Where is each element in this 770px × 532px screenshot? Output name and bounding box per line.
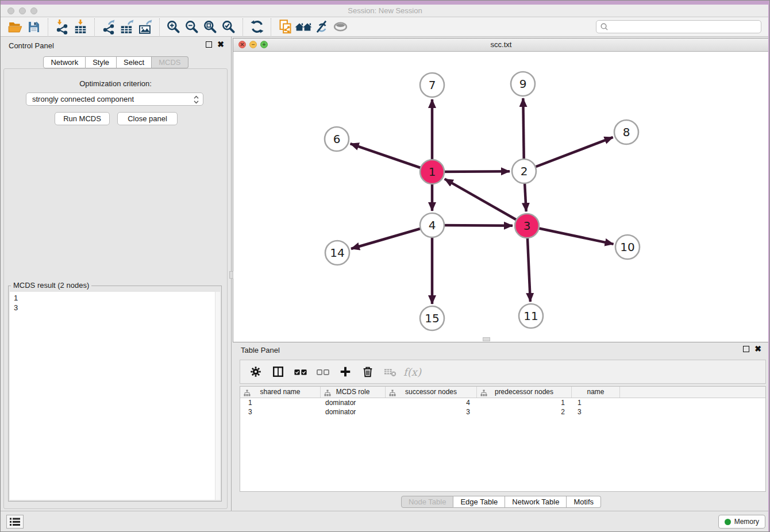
zoom-in-icon[interactable]	[164, 18, 183, 36]
close-panel-button[interactable]: Close panel	[117, 112, 178, 125]
network-view-window: ✕ – + scc.txt 7968124314101511	[233, 38, 769, 342]
mcds-result-text[interactable]: 1 3	[10, 292, 220, 500]
graph-edge-1-6[interactable]	[351, 144, 432, 172]
save-session-icon[interactable]	[25, 18, 43, 36]
result-line: 1	[14, 293, 212, 303]
optimization-criterion-label: Optimization criterion:	[4, 79, 227, 88]
column-header-name[interactable]: name	[572, 387, 620, 398]
tab-select[interactable]: Select	[117, 56, 152, 68]
import-table-icon[interactable]	[71, 18, 90, 36]
graph-node-label: 8	[623, 125, 630, 139]
task-history-button[interactable]	[6, 515, 24, 529]
close-table-panel-icon[interactable]: ✖	[754, 346, 761, 352]
network-window-titlebar[interactable]: ✕ – + scc.txt	[233, 38, 769, 52]
settings-icon[interactable]	[248, 364, 263, 379]
result-scrollbar[interactable]	[215, 292, 220, 500]
tab-node-table[interactable]: Node Table	[401, 496, 454, 508]
tab-network-table[interactable]: Network Table	[505, 496, 567, 508]
graph-node-label: 3	[523, 219, 531, 233]
refresh-icon[interactable]	[248, 18, 266, 36]
hide-graphics-details-icon[interactable]	[313, 18, 331, 36]
split-divider-handle-vertical[interactable]	[229, 271, 233, 279]
graph-edge-3-10[interactable]	[527, 226, 614, 244]
network-title: scc.txt	[233, 40, 769, 49]
import-network-icon[interactable]	[53, 18, 71, 36]
optimization-criterion-dropdown[interactable]: strongly connected component	[26, 92, 203, 106]
toolbar-separator	[271, 18, 271, 36]
graph-edge-2-8[interactable]	[524, 137, 613, 171]
cell-successor-nodes[interactable]: 3	[386, 407, 477, 417]
mcds-panel: Optimization criterion: strongly connect…	[3, 68, 228, 509]
tab-network[interactable]: Network	[43, 56, 86, 68]
zoom-out-icon[interactable]	[183, 18, 201, 36]
add-row-icon[interactable]	[338, 364, 352, 379]
graph-node-label: 4	[429, 218, 436, 232]
graph-node-label: 2	[521, 164, 528, 178]
cell-name[interactable]: 3	[572, 407, 620, 417]
float-table-panel-icon[interactable]	[743, 346, 749, 352]
export-table-icon[interactable]	[118, 18, 136, 36]
column-header-shared-name[interactable]: shared name	[240, 387, 321, 398]
column-type-icon	[324, 389, 331, 400]
tab-mcds[interactable]: MCDS	[152, 56, 188, 68]
column-type-icon	[244, 389, 251, 400]
zoom-fit-icon[interactable]	[201, 18, 220, 36]
split-divider-handle-horizontal[interactable]	[483, 337, 490, 341]
column-header-mcds-role[interactable]: MCDS role	[321, 387, 386, 398]
run-mcds-button[interactable]: Run MCDS	[55, 112, 110, 125]
graph-node-label: 14	[330, 246, 344, 260]
node-table: shared name MCDS role successor nodes pr…	[240, 386, 766, 492]
select-all-icon[interactable]	[293, 364, 307, 379]
toolbar-separator	[94, 18, 95, 36]
graph-node-label: 1	[429, 165, 436, 179]
graph-node-label: 15	[425, 311, 439, 325]
float-panel-icon[interactable]	[206, 41, 212, 48]
export-image-icon[interactable]	[136, 18, 155, 36]
search-icon	[600, 22, 609, 31]
dropdown-value: strongly connected component	[32, 95, 134, 103]
new-network-from-selection-icon[interactable]	[276, 18, 294, 36]
column-header-predecessor-nodes[interactable]: predecessor nodes	[477, 387, 572, 398]
toolbar-separator	[159, 18, 160, 36]
network-graph[interactable]: 7968124314101511	[233, 52, 769, 342]
delete-table-icon[interactable]	[383, 364, 397, 379]
search-field[interactable]	[596, 20, 761, 33]
cell-shared-name[interactable]: 1	[240, 398, 321, 407]
open-session-icon[interactable]	[6, 18, 25, 36]
cell-predecessor-nodes[interactable]: 1	[477, 398, 572, 407]
status-bar: Memory	[1, 511, 769, 531]
cell-successor-nodes[interactable]: 4	[386, 398, 477, 407]
column-header-successor-nodes[interactable]: successor nodes	[386, 387, 477, 398]
main-toolbar	[1, 17, 769, 37]
close-panel-icon[interactable]: ✖	[217, 41, 224, 48]
cell-name[interactable]: 1	[572, 398, 620, 407]
toolbar-separator	[48, 18, 48, 36]
tab-style[interactable]: Style	[86, 56, 117, 68]
table-row[interactable]: 1 dominator 4 1 1	[240, 398, 765, 407]
toolbar-separator	[242, 18, 243, 36]
graph-node-label: 10	[620, 240, 634, 254]
memory-label: Memory	[734, 518, 759, 526]
graph-edge-3-1[interactable]	[445, 179, 527, 226]
show-graphics-details-icon[interactable]	[331, 18, 349, 36]
table-panel: Table Panel ✖ f(x) share	[233, 344, 769, 512]
delete-row-icon[interactable]	[360, 364, 375, 379]
tab-motifs[interactable]: Motifs	[567, 496, 601, 508]
zoom-selected-icon[interactable]	[220, 18, 238, 36]
search-input[interactable]	[609, 23, 757, 31]
function-builder-icon[interactable]: f(x)	[405, 364, 419, 379]
tab-edge-table[interactable]: Edge Table	[453, 496, 505, 508]
export-network-icon[interactable]	[99, 18, 118, 36]
home-icon[interactable]	[294, 18, 313, 36]
deselect-all-icon[interactable]	[315, 364, 330, 379]
cell-mcds-role[interactable]: dominator	[321, 407, 386, 417]
cell-predecessor-nodes[interactable]: 2	[477, 407, 572, 417]
control-panel: Control Panel ✖ Network Style Select MCD…	[1, 37, 232, 512]
show-columns-icon[interactable]	[271, 364, 285, 379]
memory-button[interactable]: Memory	[718, 515, 765, 529]
cell-shared-name[interactable]: 3	[240, 407, 321, 417]
memory-status-icon	[725, 519, 731, 525]
graph-node-label: 7	[429, 78, 436, 92]
network-canvas[interactable]: 7968124314101511	[233, 52, 769, 342]
table-row[interactable]: 3 dominator 3 2 3	[240, 407, 765, 417]
